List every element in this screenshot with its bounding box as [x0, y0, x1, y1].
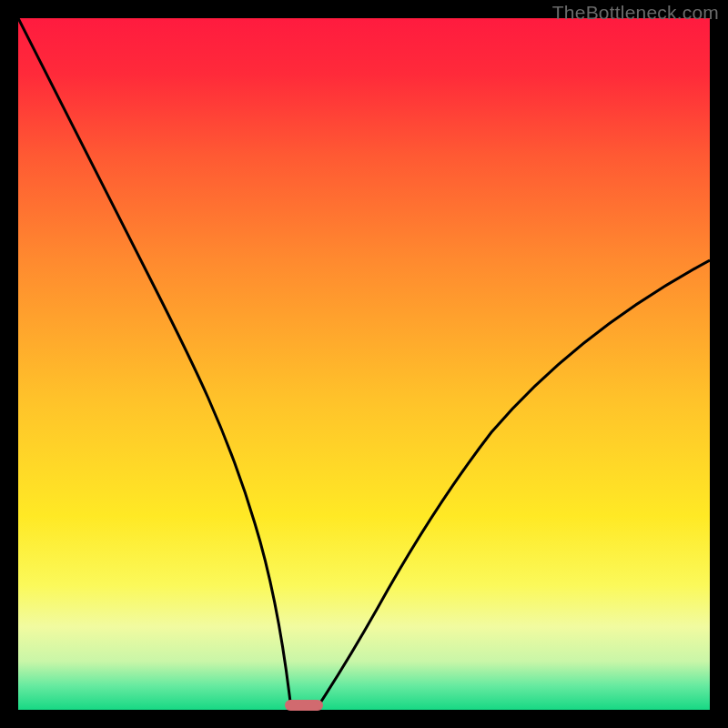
chart-marker: [285, 700, 323, 711]
watermark-text: TheBottleneck.com: [552, 2, 719, 24]
chart-frame: [18, 18, 710, 710]
chart-background-gradient: [18, 18, 710, 710]
svg-rect-0: [18, 18, 710, 710]
